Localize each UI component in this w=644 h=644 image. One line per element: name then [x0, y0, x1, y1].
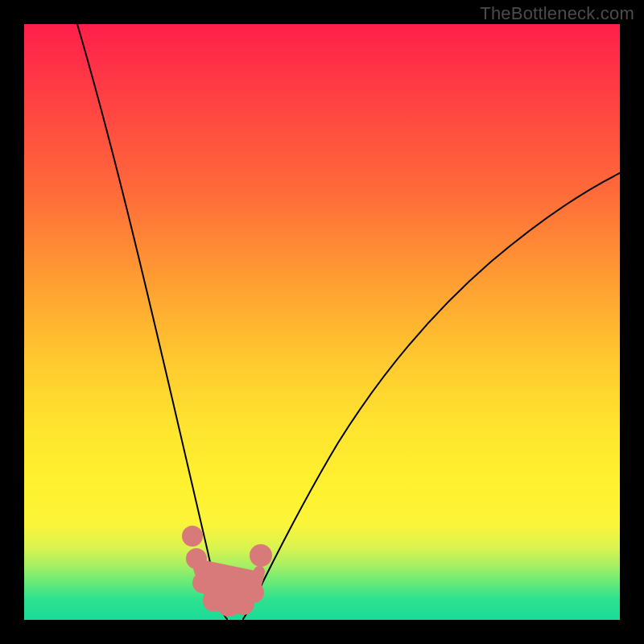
- watermark-text: TheBottleneck.com: [480, 3, 634, 24]
- chart-stage: TheBottleneck.com: [0, 0, 644, 644]
- curve-layer: [24, 24, 620, 620]
- highlight-cluster: [188, 531, 266, 611]
- bottleneck-curve-left: [77, 24, 227, 619]
- plot-area: [24, 24, 620, 620]
- svg-point-0: [188, 531, 197, 541]
- bottleneck-curve-right: [243, 173, 620, 619]
- svg-point-7: [255, 550, 266, 561]
